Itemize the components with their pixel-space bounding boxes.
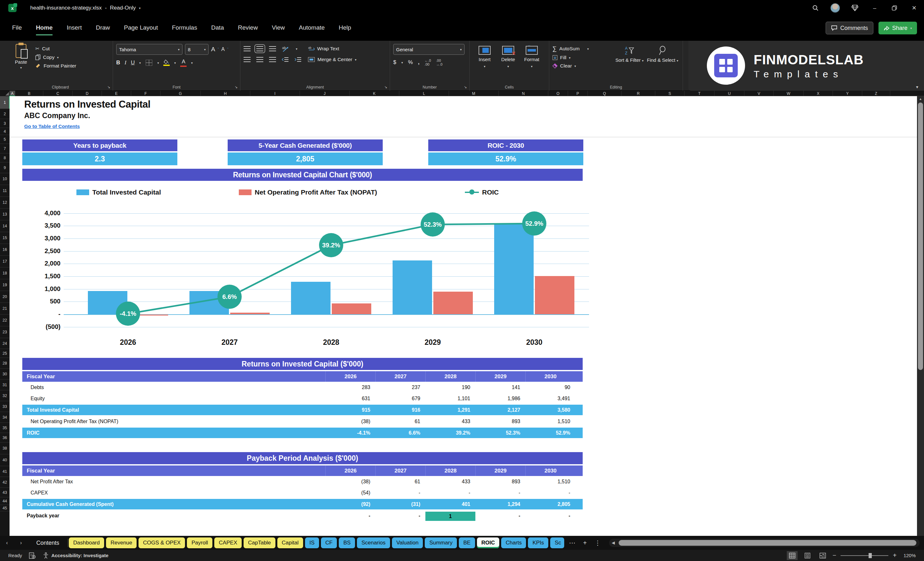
comma-style-button[interactable]: , bbox=[418, 59, 420, 66]
row-header-24[interactable]: 24 bbox=[0, 338, 9, 349]
row-header-33[interactable]: 33 bbox=[0, 401, 9, 412]
underline-menu[interactable]: ▾ bbox=[139, 61, 141, 64]
font-dialog-launcher[interactable]: ↘ bbox=[235, 85, 237, 89]
sheet-tab-dashboard[interactable]: Dashboard bbox=[69, 537, 104, 548]
page-layout-view-icon[interactable] bbox=[802, 551, 813, 560]
column-header-M[interactable]: M bbox=[449, 91, 499, 96]
column-header-L[interactable]: L bbox=[399, 91, 449, 96]
underline-button[interactable]: U bbox=[131, 60, 135, 66]
column-header-I[interactable]: I bbox=[250, 91, 300, 96]
sheet-tab-payroll[interactable]: Payroll bbox=[187, 537, 212, 548]
row-header-7[interactable]: 7 bbox=[0, 144, 9, 153]
accessibility-status[interactable]: Accessibility: Investigate bbox=[43, 552, 108, 559]
row-header-19[interactable]: 19 bbox=[0, 279, 9, 291]
sheet-tab-captable[interactable]: CapTable bbox=[244, 537, 275, 548]
table-row[interactable]: Cumulative Cash Generated (Spent)(92)(31… bbox=[22, 499, 583, 509]
sheet-tab-cf[interactable]: CF bbox=[321, 537, 337, 548]
column-header-K[interactable]: K bbox=[350, 91, 399, 96]
bold-button[interactable]: B bbox=[116, 60, 120, 66]
number-dialog-launcher[interactable]: ↘ bbox=[464, 85, 467, 89]
row-header-5[interactable]: 5 bbox=[0, 135, 9, 144]
sheet-tab-is[interactable]: IS bbox=[305, 537, 319, 548]
row-header-31[interactable]: 31 bbox=[0, 380, 9, 390]
row-header-20[interactable]: 20 bbox=[0, 291, 9, 303]
menu-tab-file[interactable]: File bbox=[12, 24, 22, 35]
align-right-button[interactable] bbox=[269, 57, 276, 62]
sheet-tab-sc[interactable]: Sc bbox=[550, 537, 564, 548]
vertical-scroll-thumb[interactable] bbox=[918, 102, 923, 370]
fill-button[interactable]: Fill▾ bbox=[552, 55, 613, 60]
menu-tab-help[interactable]: Help bbox=[339, 24, 351, 35]
row-header-28[interactable]: 28 bbox=[0, 358, 9, 369]
sheet-tab-roic[interactable]: ROIC bbox=[477, 537, 500, 548]
menu-tab-draw[interactable]: Draw bbox=[96, 24, 110, 35]
decrease-indent-icon[interactable] bbox=[282, 57, 289, 62]
clear-button[interactable]: Clear▾ bbox=[552, 63, 613, 69]
column-header-B[interactable]: B bbox=[15, 91, 43, 96]
menu-tab-review[interactable]: Review bbox=[238, 24, 258, 35]
row-header-13[interactable]: 13 bbox=[0, 208, 9, 220]
column-header-T[interactable]: T bbox=[684, 91, 714, 96]
row-header-35[interactable]: 35 bbox=[0, 423, 9, 433]
format-cells-button[interactable]: ↔ Format▾ bbox=[520, 44, 543, 81]
row-header-9[interactable]: 9 bbox=[0, 162, 9, 173]
zoom-out-button[interactable]: − bbox=[832, 552, 837, 559]
increase-indent-icon[interactable] bbox=[294, 57, 302, 62]
sheet-tab-revenue[interactable]: Revenue bbox=[106, 537, 136, 548]
table-of-contents-link[interactable]: Go to Table of Contents bbox=[24, 123, 80, 129]
column-header-N[interactable]: N bbox=[499, 91, 548, 96]
column-header-P[interactable]: P bbox=[568, 91, 588, 96]
select-all-corner[interactable] bbox=[0, 91, 9, 96]
column-header-R[interactable]: R bbox=[621, 91, 655, 96]
row-header-3[interactable]: 3 bbox=[0, 119, 9, 128]
table-row[interactable]: Net Operating Profit After Tax (NOPAT)(3… bbox=[22, 416, 583, 427]
sheet-tab-kpis[interactable]: KPIs bbox=[528, 537, 548, 548]
column-header-H[interactable]: H bbox=[201, 91, 250, 96]
shrink-font-button[interactable]: Aˇ bbox=[221, 44, 228, 55]
row-header-40[interactable]: 40 bbox=[0, 454, 9, 466]
more-sheets-icon[interactable]: ⋯ bbox=[565, 539, 579, 547]
sheet-tab-contents[interactable]: Contents bbox=[28, 540, 68, 546]
row-header-41[interactable]: 41 bbox=[0, 466, 9, 477]
row-header-36[interactable]: 36 bbox=[0, 433, 9, 442]
zoom-level[interactable]: 120% bbox=[901, 553, 916, 558]
sheet-tab-summary[interactable]: Summary bbox=[425, 537, 457, 548]
row-header-2[interactable]: 2 bbox=[0, 109, 9, 119]
comments-button[interactable]: Comments bbox=[826, 22, 873, 34]
accounting-format-button[interactable]: $ bbox=[393, 59, 396, 66]
horizontal-scrollbar[interactable]: ◀ bbox=[609, 539, 920, 547]
row-header-4[interactable]: 4 bbox=[0, 128, 9, 135]
sheet-tab-valuation[interactable]: Valuation bbox=[392, 537, 423, 548]
row-header-14[interactable]: 14 bbox=[0, 220, 9, 232]
sheet-tab-be[interactable]: BE bbox=[459, 537, 475, 548]
menu-tab-view[interactable]: View bbox=[272, 24, 285, 35]
wrap-text-button[interactable]: ab Wrap Text bbox=[308, 46, 339, 52]
column-header-Z[interactable]: Z bbox=[862, 91, 890, 96]
column-header-E[interactable]: E bbox=[102, 91, 131, 96]
sheet-tab-capital[interactable]: Capital bbox=[278, 537, 303, 548]
next-sheet-icon[interactable]: › bbox=[14, 540, 28, 546]
column-header-S[interactable]: S bbox=[655, 91, 684, 96]
chevron-down-icon[interactable]: ▾ bbox=[139, 6, 141, 10]
menu-tab-page-layout[interactable]: Page Layout bbox=[124, 24, 158, 35]
table-row[interactable]: Payback year--1-- bbox=[22, 510, 583, 521]
sort-filter-button[interactable]: AZ Sort & Filter ▾ bbox=[613, 44, 646, 81]
align-top-button[interactable] bbox=[244, 46, 250, 51]
orientation-icon[interactable]: ab bbox=[282, 45, 290, 52]
prev-sheet-icon[interactable]: ‹ bbox=[0, 540, 14, 546]
column-header-C[interactable]: C bbox=[43, 91, 73, 96]
sheet-tab-bs[interactable]: BS bbox=[339, 537, 355, 548]
row-header-17[interactable]: 17 bbox=[0, 256, 9, 267]
font-color-menu[interactable]: ▾ bbox=[191, 61, 193, 64]
align-center-button[interactable] bbox=[256, 57, 263, 62]
row-header-11[interactable]: 11 bbox=[0, 185, 9, 197]
table-row[interactable]: Total Invested Capital9159161,2912,1273,… bbox=[22, 405, 583, 415]
increase-decimal-button[interactable]: ←.0.00 bbox=[424, 58, 431, 66]
sheet-tab-scenarios[interactable]: Scenarios bbox=[357, 537, 390, 548]
page-break-view-icon[interactable] bbox=[818, 551, 828, 560]
zoom-slider-handle[interactable] bbox=[868, 553, 872, 558]
column-header-X[interactable]: X bbox=[804, 91, 833, 96]
table-row[interactable]: Debts28323719014190 bbox=[22, 382, 583, 393]
menu-tab-formulas[interactable]: Formulas bbox=[172, 24, 197, 35]
paste-button[interactable]: Paste▾ bbox=[11, 44, 31, 81]
